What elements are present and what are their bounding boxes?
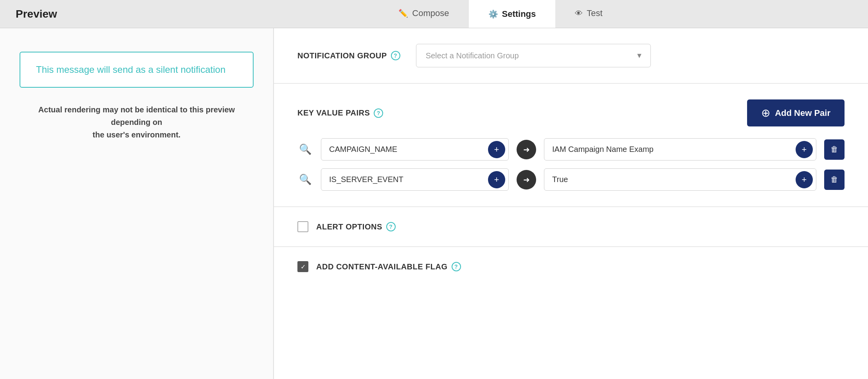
notification-group-select[interactable]: Select a Notification Group: [416, 44, 651, 67]
add-new-pair-button[interactable]: ⊕ Add New Pair: [747, 99, 845, 126]
key-value-pairs-section: KEY VALUE PAIRS ? ⊕ Add New Pair 🔍: [274, 84, 868, 207]
tabs-container: ✏️ Compose ⚙️ Settings 👁 Test: [133, 0, 868, 28]
tab-compose-label: Compose: [412, 8, 449, 18]
content-available-flag-section: ADD CONTENT-AVAILABLE FLAG ?: [274, 247, 868, 286]
kvp-rows: 🔍 + ➜ + 🗑: [297, 138, 845, 191]
content-available-label: ADD CONTENT-AVAILABLE FLAG ?: [316, 262, 461, 271]
content-available-checkbox[interactable]: [297, 261, 308, 272]
app-container: Preview ✏️ Compose ⚙️ Settings 👁 Test Th…: [0, 0, 868, 379]
tab-settings-label: Settings: [502, 9, 536, 19]
kvp-value-input-group-1: +: [544, 138, 816, 161]
kvp-key-add-icon-1[interactable]: +: [488, 141, 505, 158]
kvp-key-input-group-2: +: [321, 168, 509, 191]
tab-bar: Preview ✏️ Compose ⚙️ Settings 👁 Test: [0, 0, 868, 28]
search-icon[interactable]: 🔍: [297, 172, 313, 187]
kvp-label: KEY VALUE PAIRS ?: [297, 108, 383, 118]
silent-notification-box: This message will send as a silent notif…: [20, 52, 254, 88]
content-available-help-icon[interactable]: ?: [452, 262, 461, 271]
kvp-row: 🔍 + ➜ + 🗑: [297, 168, 845, 191]
rendering-note-line2: the user's environment.: [93, 130, 181, 139]
pencil-icon: ✏️: [398, 9, 408, 18]
kvp-key-input-group-1: +: [321, 138, 509, 161]
notification-group-section: NOTIFICATION GROUP ? Select a Notificati…: [274, 28, 868, 84]
kvp-key-add-icon-2[interactable]: +: [488, 171, 505, 188]
alert-options-section: ALERT OPTIONS ?: [274, 207, 868, 247]
arrow-right-icon-1: ➜: [517, 140, 536, 159]
alert-options-help-icon[interactable]: ?: [386, 222, 396, 231]
right-panel: NOTIFICATION GROUP ? Select a Notificati…: [274, 28, 868, 379]
delete-row-button-1[interactable]: 🗑: [824, 139, 845, 160]
tab-settings[interactable]: ⚙️ Settings: [469, 0, 556, 28]
tab-test[interactable]: 👁 Test: [555, 0, 622, 28]
kvp-help-icon[interactable]: ?: [374, 108, 383, 118]
rendering-note: Actual rendering may not be identical to…: [20, 103, 254, 141]
notification-group-dropdown[interactable]: Select a Notification Group ▼: [416, 44, 651, 67]
kvp-value-add-icon-1[interactable]: +: [796, 141, 813, 158]
gear-icon: ⚙️: [488, 9, 498, 19]
silent-notification-text: This message will send as a silent notif…: [36, 64, 225, 75]
alert-options-label: ALERT OPTIONS ?: [316, 222, 396, 231]
search-icon[interactable]: 🔍: [297, 142, 313, 157]
kvp-header: KEY VALUE PAIRS ? ⊕ Add New Pair: [297, 99, 845, 126]
delete-row-button-2[interactable]: 🗑: [824, 170, 845, 190]
alert-options-checkbox[interactable]: [297, 221, 308, 232]
plus-icon: ⊕: [761, 106, 770, 119]
add-new-pair-label: Add New Pair: [775, 108, 830, 118]
kvp-key-input-2[interactable]: [321, 169, 488, 190]
tab-compose[interactable]: ✏️ Compose: [379, 0, 468, 28]
main-content: This message will send as a silent notif…: [0, 28, 868, 379]
arrow-right-icon-2: ➜: [517, 170, 536, 190]
kvp-value-input-group-2: +: [544, 168, 816, 191]
eye-icon: 👁: [575, 9, 583, 18]
kvp-row: 🔍 + ➜ + 🗑: [297, 138, 845, 161]
left-panel: This message will send as a silent notif…: [0, 28, 274, 379]
tab-test-label: Test: [587, 8, 602, 18]
kvp-value-input-1[interactable]: [544, 139, 796, 160]
rendering-note-line1: Actual rendering may not be identical to…: [38, 105, 235, 126]
kvp-value-input-2[interactable]: [544, 169, 796, 190]
notification-group-help-icon[interactable]: ?: [391, 51, 400, 60]
kvp-value-add-icon-2[interactable]: +: [796, 171, 813, 188]
preview-title: Preview: [0, 0, 133, 28]
kvp-key-input-1[interactable]: [321, 139, 488, 160]
notification-group-label: NOTIFICATION GROUP ?: [297, 51, 400, 60]
